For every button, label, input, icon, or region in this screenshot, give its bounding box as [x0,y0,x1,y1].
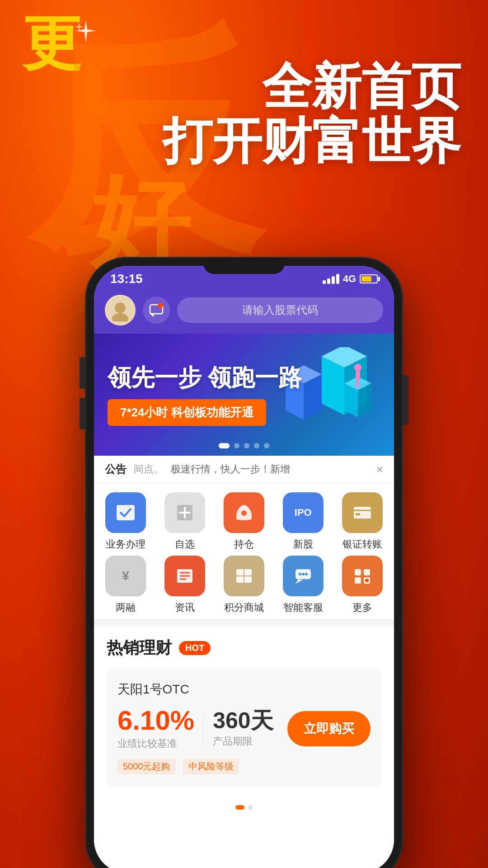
headline-line2: 打开财富世界 [163,113,461,168]
product-tag-min: 5000元起购 [117,759,176,774]
svg-rect-40 [355,577,361,584]
phone-notch [203,258,285,274]
svg-rect-17 [117,505,135,520]
banner-dot-5[interactable] [264,443,269,448]
banner-dots [219,443,269,448]
icon-label-service: 智能客服 [283,601,323,614]
product-details: 6.10% 业绩比较基准 360天 产品期限 立即购买 [117,707,371,750]
hot-badge: HOT [179,641,211,655]
svg-point-13 [354,364,361,371]
icon-item-transfer[interactable]: 银证转账 [335,492,389,551]
icon-item-position[interactable]: 持仓 [217,492,272,551]
svg-point-36 [302,573,305,576]
product-period: 360天 [213,709,278,732]
icon-item-ipo[interactable]: IPO 新股 [276,492,330,551]
banner-dot-1[interactable] [219,443,230,448]
icon-item-business[interactable]: 业务办理 [99,492,153,551]
svg-rect-31 [244,569,252,576]
icon-item-watchlist[interactable]: 自选 [158,492,212,551]
icon-box-news [164,556,205,596]
vertical-divider [203,713,204,745]
notice-separator: 间点。 [134,462,164,476]
icon-item-points[interactable]: 积分商城 [217,556,272,614]
icon-label-margin: 两融 [116,601,136,614]
product-tag-risk: 中风险等级 [183,759,239,774]
notice-bar: 公告 间点。 极速行情，快人一步！新增 × [94,456,394,483]
icon-box-service [283,556,324,596]
icon-grid: 业务办理 自选 [94,483,394,619]
banner-dot-4[interactable] [254,443,259,448]
svg-point-35 [299,573,301,576]
svg-point-3 [158,303,163,308]
phone-outer: 13:15 4G [86,258,402,868]
section-divider [94,619,394,626]
banner-dot-2[interactable] [234,443,239,448]
svg-rect-39 [364,569,370,576]
message-icon[interactable] [143,297,170,324]
icon-label-news: 资讯 [175,601,195,614]
icon-label-points: 积分商城 [224,601,264,614]
banner-button[interactable]: 7*24小时 科创板功能开通 [108,399,266,426]
headline-line1: 全新首页 [163,59,461,113]
svg-text:¥: ¥ [122,569,130,583]
svg-point-37 [305,573,308,576]
svg-rect-24 [356,513,360,515]
ipo-text: IPO [295,507,312,519]
product-rate-section: 6.10% 业绩比较基准 [117,707,194,750]
stock-search[interactable]: 请输入股票代码 [177,297,383,323]
icon-label-business: 业务办理 [106,538,145,551]
phone-mockup: 13:15 4G [86,258,402,868]
icon-item-margin[interactable]: ¥ 两融 [99,556,153,614]
icon-box-margin: ¥ [105,556,146,596]
svg-rect-32 [236,576,244,583]
avatar[interactable] [105,295,136,326]
banner-title: 领先一步 领跑一路 [108,363,302,392]
icon-item-service[interactable]: 智能客服 [276,556,330,614]
icon-box-ipo: IPO [283,492,324,533]
signal-bar-2 [327,278,330,284]
battery-fill [361,276,371,282]
notice-text: 极速行情，快人一步！新增 [171,462,369,476]
battery-indicator [360,274,378,283]
buy-button[interactable]: 立即购买 [287,711,371,746]
page-dot-2[interactable] [248,805,253,810]
notice-close-button[interactable]: × [376,462,383,476]
svg-rect-38 [355,569,361,576]
svg-point-1 [112,313,128,321]
notice-label: 公告 [105,462,127,476]
status-icons: 4G [323,273,378,285]
sparkle-decoration [72,18,99,45]
product-card[interactable]: 天阳1号OTC 6.10% 业绩比较基准 360天 产品期限 立即购 [107,668,381,787]
headline-area: 全新首页 打开财富世界 [163,59,461,168]
icon-box-watchlist [164,492,205,533]
icon-box-more [342,556,383,596]
svg-point-21 [241,510,247,516]
network-type: 4G [343,273,356,285]
product-rate: 6.10% [117,707,194,734]
banner-dot-3[interactable] [244,443,249,448]
svg-point-0 [115,302,126,313]
banner[interactable]: 领先一步 领跑一路 7*24小时 科创板功能开通 [94,334,394,456]
section-title: 热销理财 [107,637,172,659]
product-period-section: 360天 产品期限 [213,709,278,748]
icon-label-transfer: 银证转账 [343,538,382,551]
icon-item-more[interactable]: 更多 [335,556,389,614]
svg-rect-22 [354,507,371,519]
page-dot-1[interactable] [235,805,244,810]
icon-box-position [224,492,264,533]
product-period-label: 产品期限 [213,735,278,748]
icon-box-transfer [342,492,383,533]
product-tags: 5000元起购 中风险等级 [117,759,371,774]
page-indicator [94,798,394,817]
icon-label-more: 更多 [352,601,372,614]
icon-item-news[interactable]: 资讯 [158,556,212,614]
svg-rect-33 [244,576,252,583]
main-content: 业务办理 自选 [94,483,394,868]
signal-bar-1 [323,280,326,284]
icon-label-ipo: 新股 [293,538,313,551]
icon-box-points [224,556,264,596]
product-name: 天阳1号OTC [117,681,371,698]
svg-rect-14 [356,371,360,380]
app-header: 请输入股票代码 [94,290,394,334]
hot-finance-section: 热销理财 HOT 天阳1号OTC 6.10% 业绩比较基准 36 [94,626,394,798]
